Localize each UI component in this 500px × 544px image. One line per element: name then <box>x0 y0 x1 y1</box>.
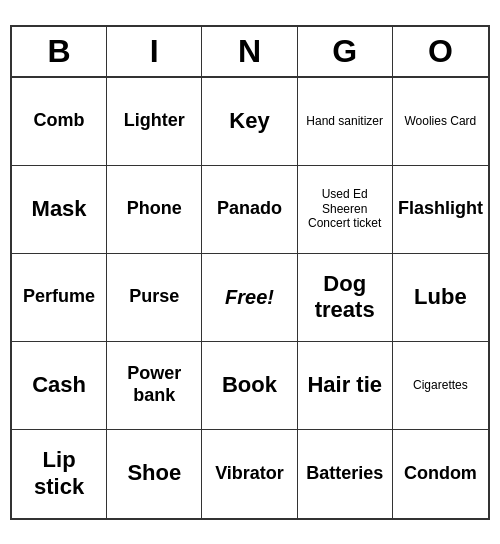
bingo-cell-8: Used Ed Sheeren Concert ticket <box>298 166 393 254</box>
bingo-grid: CombLighterKeyHand sanitizerWoolies Card… <box>12 78 488 518</box>
bingo-cell-0: Comb <box>12 78 107 166</box>
bingo-cell-22: Vibrator <box>202 430 297 518</box>
bingo-cell-17: Book <box>202 342 297 430</box>
bingo-cell-10: Perfume <box>12 254 107 342</box>
bingo-cell-18: Hair tie <box>298 342 393 430</box>
bingo-cell-1: Lighter <box>107 78 202 166</box>
header-letter-b: B <box>12 27 107 76</box>
bingo-cell-3: Hand sanitizer <box>298 78 393 166</box>
bingo-cell-23: Batteries <box>298 430 393 518</box>
bingo-header: BINGO <box>12 27 488 78</box>
header-letter-o: O <box>393 27 488 76</box>
bingo-cell-19: Cigarettes <box>393 342 488 430</box>
bingo-cell-14: Lube <box>393 254 488 342</box>
bingo-cell-16: Power bank <box>107 342 202 430</box>
bingo-cell-12: Free! <box>202 254 297 342</box>
bingo-cell-6: Phone <box>107 166 202 254</box>
header-letter-n: N <box>202 27 297 76</box>
bingo-cell-4: Woolies Card <box>393 78 488 166</box>
bingo-cell-24: Condom <box>393 430 488 518</box>
bingo-cell-21: Shoe <box>107 430 202 518</box>
bingo-cell-13: Dog treats <box>298 254 393 342</box>
bingo-cell-20: Lip stick <box>12 430 107 518</box>
header-letter-i: I <box>107 27 202 76</box>
bingo-cell-9: Flashlight <box>393 166 488 254</box>
bingo-cell-15: Cash <box>12 342 107 430</box>
bingo-cell-2: Key <box>202 78 297 166</box>
header-letter-g: G <box>298 27 393 76</box>
bingo-cell-7: Panado <box>202 166 297 254</box>
bingo-cell-5: Mask <box>12 166 107 254</box>
bingo-cell-11: Purse <box>107 254 202 342</box>
bingo-card: BINGO CombLighterKeyHand sanitizerWoolie… <box>10 25 490 520</box>
